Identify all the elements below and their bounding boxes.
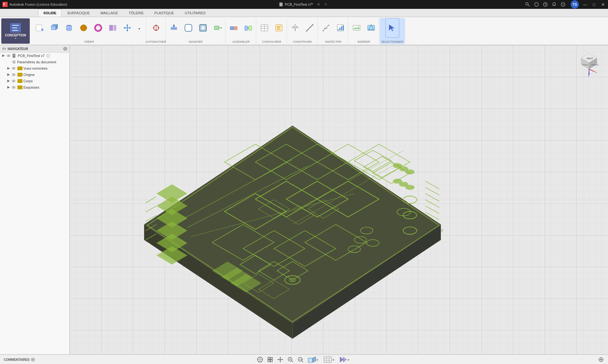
display-mode-icon: ▼: [339, 356, 351, 363]
construire-btn2[interactable]: [303, 18, 317, 38]
creer-dropdown-btn[interactable]: [134, 23, 145, 35]
cylinder-btn[interactable]: [62, 18, 76, 38]
fillet-btn[interactable]: [181, 18, 195, 38]
root-eye-icon[interactable]: [6, 53, 11, 58]
inspecter-btn2[interactable]: [333, 18, 347, 38]
display-mode-btn[interactable]: ▼: [339, 356, 352, 363]
svg-marker-232: [343, 357, 346, 362]
cylinder-icon-area: [64, 23, 74, 33]
tab-tolerie[interactable]: TÔLERIE: [124, 9, 149, 17]
torus-icon-area: [93, 23, 103, 33]
nav-origine[interactable]: Origine: [0, 72, 69, 78]
svg-rect-208: [270, 360, 272, 362]
origine-eye-icon[interactable]: [11, 72, 16, 77]
close-button[interactable]: ✕: [600, 2, 605, 7]
box-btn[interactable]: [48, 18, 61, 38]
help-icon[interactable]: ?: [560, 2, 566, 7]
corps-expand[interactable]: [6, 80, 11, 82]
svg-rect-78: [338, 29, 339, 30]
fit-btn[interactable]: [266, 356, 274, 363]
pan-btn[interactable]: [276, 356, 284, 363]
nav-settings-icon[interactable]: [63, 47, 67, 51]
commentaires-settings[interactable]: [31, 357, 35, 362]
root-collapse[interactable]: [1, 54, 6, 57]
svg-point-72: [312, 24, 314, 25]
inspecter-section: ⟺ INSPECTER: [318, 18, 348, 44]
svg-text:▼: ▼: [332, 359, 335, 361]
maximize-button[interactable]: □: [592, 2, 597, 7]
grid-btn[interactable]: ▼: [323, 356, 336, 363]
viewport[interactable]: HAUT AVANT DROITE Z X: [70, 45, 608, 354]
esquisses-eye-icon[interactable]: [11, 85, 16, 90]
construire-icon1: [290, 23, 300, 33]
nav-vues[interactable]: Vues nommées: [0, 65, 69, 72]
coil-btn[interactable]: [106, 18, 120, 38]
corps-eye-icon[interactable]: [11, 79, 16, 83]
add-tab-btn[interactable]: +: [323, 1, 329, 8]
user-avatar[interactable]: TS: [571, 0, 579, 9]
inserer-btn2[interactable]: [364, 18, 378, 38]
origine-expand[interactable]: [6, 73, 11, 76]
automatiser-btn[interactable]: [149, 18, 163, 38]
tab-maillage[interactable]: MAILLAGE: [95, 9, 123, 17]
new-solid-icon-area: [35, 23, 45, 33]
tab-plastique[interactable]: PLASTIQUE: [149, 9, 180, 17]
tab-utilitaires[interactable]: UTILITAIRES: [179, 9, 211, 17]
tab-surfacique[interactable]: SURFACIQUE: [62, 9, 95, 17]
conception-button[interactable]: CONCEPTION ▼: [1, 18, 30, 44]
orbit-btn[interactable]: [256, 356, 264, 363]
construire-btn1[interactable]: [288, 18, 302, 38]
svg-text:F: F: [3, 3, 5, 6]
shell-btn[interactable]: [196, 18, 210, 38]
vues-expand[interactable]: [6, 67, 11, 70]
assembler-inner: [227, 18, 255, 40]
clock-icon[interactable]: [543, 2, 548, 7]
coil-icon: [108, 23, 117, 32]
configurer-btn2[interactable]: [272, 18, 286, 38]
search-icon-title[interactable]: [525, 2, 530, 7]
nav-corps[interactable]: Corps: [0, 78, 69, 84]
move-modify-btn[interactable]: [211, 18, 225, 38]
svg-rect-50: [214, 26, 219, 30]
svg-rect-29: [109, 25, 113, 31]
press-pull-btn[interactable]: [167, 18, 181, 38]
move-btn[interactable]: [120, 18, 134, 38]
origine-expand-arrow: [7, 73, 10, 76]
svg-point-42: [158, 27, 159, 28]
tab-solide[interactable]: SOLIDE: [38, 9, 62, 17]
vues-eye-icon[interactable]: [11, 66, 16, 71]
grid-icon: ▼: [324, 356, 335, 363]
navigator-title: NAVIGATEUR: [8, 47, 28, 51]
new-solid-btn[interactable]: [33, 18, 47, 38]
torus-btn[interactable]: [91, 18, 105, 38]
sphere-icon: [79, 23, 88, 32]
root-info-icon[interactable]: i: [46, 53, 50, 58]
nav-back-icon[interactable]: [2, 47, 6, 51]
svg-rect-205: [268, 357, 270, 359]
settings-icon[interactable]: [598, 356, 604, 363]
view-cube-btn[interactable]: ⬜ ▼: [307, 356, 320, 363]
svg-point-148: [403, 196, 417, 203]
root-doc-icon: [12, 53, 16, 58]
doc-icon: [279, 3, 283, 6]
modifier-section: MODIFIER: [166, 18, 225, 44]
assembler-btn1[interactable]: [227, 18, 241, 38]
minimize-button[interactable]: —: [583, 2, 588, 7]
inspecter-btn1[interactable]: ⟺: [319, 18, 333, 38]
selectionner-btn[interactable]: [385, 18, 399, 38]
nav-esquisses[interactable]: Esquisses: [0, 84, 69, 91]
nav-params[interactable]: Paramètres du document: [0, 59, 69, 65]
zoom-in-btn[interactable]: [287, 356, 294, 363]
assembler-btn2[interactable]: [241, 18, 255, 38]
tab-close[interactable]: ✕: [316, 2, 321, 7]
zoom-extent-btn[interactable]: ⟺: [297, 356, 304, 363]
sphere-btn[interactable]: [77, 18, 91, 38]
svg-marker-167: [354, 150, 391, 171]
bell-icon[interactable]: [552, 2, 557, 7]
svg-point-28: [95, 27, 101, 29]
sync-icon[interactable]: [534, 2, 539, 7]
esquisses-expand[interactable]: [6, 86, 11, 89]
nav-root[interactable]: PCB_FirstTest v7 i: [0, 53, 69, 59]
configurer-btn1[interactable]: [257, 18, 271, 38]
inserer-btn1[interactable]: [350, 18, 364, 38]
